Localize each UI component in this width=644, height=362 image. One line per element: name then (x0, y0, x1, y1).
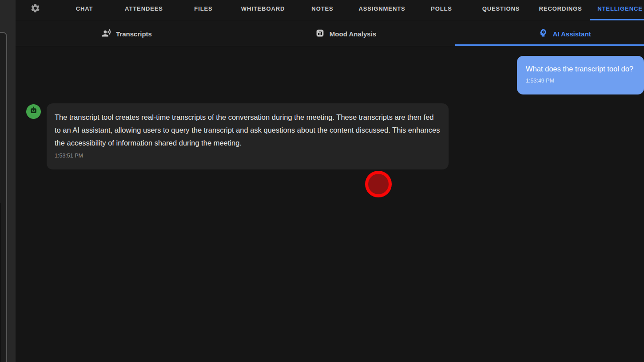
tab-questions[interactable]: QUESTIONS (471, 0, 531, 21)
tab-intelligence-label: NTELLIGENCE (597, 5, 643, 12)
tab-transcripts[interactable]: Transcripts (17, 21, 236, 46)
tab-polls-label: POLLS (431, 5, 452, 12)
primary-tab-bar: CHAT ATTENDEES FILES WHITEBOARD NOTES AS… (16, 0, 644, 21)
tab-assignments-label: ASSIGNMENTS (358, 5, 405, 12)
assistant-avatar (26, 104, 41, 119)
user-message-timestamp: 1:53:49 PM (526, 78, 633, 84)
click-indicator (365, 171, 392, 197)
tab-notes[interactable]: NOTES (293, 0, 352, 21)
tab-notes-label: NOTES (311, 5, 333, 12)
analytics-icon (315, 28, 325, 39)
tab-files-label: FILES (194, 5, 212, 12)
tab-whiteboard-label: WHITEBOARD (241, 5, 285, 12)
tab-mood-analysis[interactable]: Mood Analysis (236, 21, 455, 46)
assistant-message-timestamp: 1:53:51 PM (55, 153, 440, 159)
meeting-side-panel: CHAT ATTENDEES FILES WHITEBOARD NOTES AS… (16, 0, 644, 362)
tab-recordings[interactable]: RECORDINGS (531, 0, 590, 21)
tab-chat-label: CHAT (76, 5, 93, 12)
assistant-message-text-line: The transcript tool creates real-time tr… (55, 111, 440, 124)
user-message-row: What does the transcript tool do? 1:53:4… (16, 46, 644, 94)
tab-whiteboard[interactable]: WHITEBOARD (233, 0, 293, 21)
tab-chat[interactable]: CHAT (55, 0, 114, 21)
tab-transcripts-label: Transcripts (116, 30, 152, 38)
intelligence-sub-tab-bar: Transcripts Mood Analysis AI Assistant (16, 21, 644, 46)
tab-ai-assistant[interactable]: AI Assistant (455, 21, 644, 46)
gear-icon (30, 6, 40, 15)
tab-ai-assistant-label: AI Assistant (553, 30, 591, 38)
robot-icon (29, 106, 38, 117)
assistant-message-text-line: the accessibility of information shared … (55, 137, 440, 150)
user-message-text: What does the transcript tool do? (526, 63, 633, 75)
tab-recordings-label: RECORDINGS (539, 5, 582, 12)
tab-attendees-label: ATTENDEES (125, 5, 163, 12)
adjacent-video-area (0, 203, 0, 362)
record-voice-over-icon (102, 28, 111, 39)
tab-polls[interactable]: POLLS (412, 0, 471, 21)
ai-assistant-chat-area: What does the transcript tool do? 1:53:4… (16, 46, 644, 361)
settings-button[interactable] (16, 0, 55, 21)
tab-intelligence[interactable]: NTELLIGENCE (590, 0, 644, 21)
tab-files[interactable]: FILES (174, 0, 233, 21)
assistant-message-text-line: to an AI assistant, allowing users to qu… (55, 124, 440, 137)
psychology-icon (538, 28, 548, 39)
tab-questions-label: QUESTIONS (482, 5, 520, 12)
assistant-message-row: The transcript tool creates real-time tr… (26, 103, 644, 169)
adjacent-panel-border (0, 32, 7, 362)
assistant-message-bubble: The transcript tool creates real-time tr… (47, 103, 449, 169)
tab-mood-analysis-label: Mood Analysis (330, 30, 376, 38)
adjacent-panel-edge (0, 0, 16, 362)
active-tab-underline (590, 19, 644, 20)
tab-attendees[interactable]: ATTENDEES (114, 0, 174, 21)
tab-assignments[interactable]: ASSIGNMENTS (352, 0, 412, 21)
user-message-bubble: What does the transcript tool do? 1:53:4… (517, 56, 644, 94)
